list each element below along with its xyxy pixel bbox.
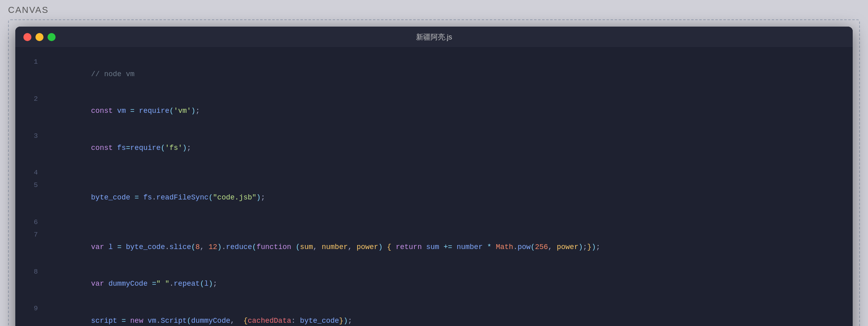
canvas-label: CANVAS: [8, 5, 49, 15]
code-line: 5 byte_code = fs.readFileSync("code.jsb"…: [23, 179, 841, 216]
code-line: 3 const fs=require('fs');: [23, 130, 841, 167]
traffic-lights: [23, 33, 56, 41]
minimize-button[interactable]: [35, 33, 44, 41]
maximize-button[interactable]: [48, 33, 56, 41]
code-line: 4: [23, 166, 841, 179]
code-line: 2 const vm = require('vm');: [23, 93, 841, 130]
code-window: 新疆阿亮.js 1 // node vm 2 const vm = requir…: [15, 27, 853, 326]
code-line: 9 script = new vm.Script(dummyCode, {cac…: [23, 302, 841, 326]
canvas-wrapper: 新疆阿亮.js 1 // node vm 2 const vm = requir…: [8, 19, 860, 326]
code-editor: 1 // node vm 2 const vm = require('vm');…: [15, 48, 853, 326]
titlebar: 新疆阿亮.js: [15, 27, 853, 48]
window-title: 新疆阿亮.js: [416, 32, 452, 42]
code-line: 8 var dummyCode =" ".repeat(l);: [23, 266, 841, 303]
code-line: 7 var l = byte_code.slice(8, 12).reduce(…: [23, 228, 841, 266]
code-line: 1 // node vm: [23, 56, 841, 93]
close-button[interactable]: [23, 33, 31, 41]
code-line: 6: [23, 216, 841, 228]
